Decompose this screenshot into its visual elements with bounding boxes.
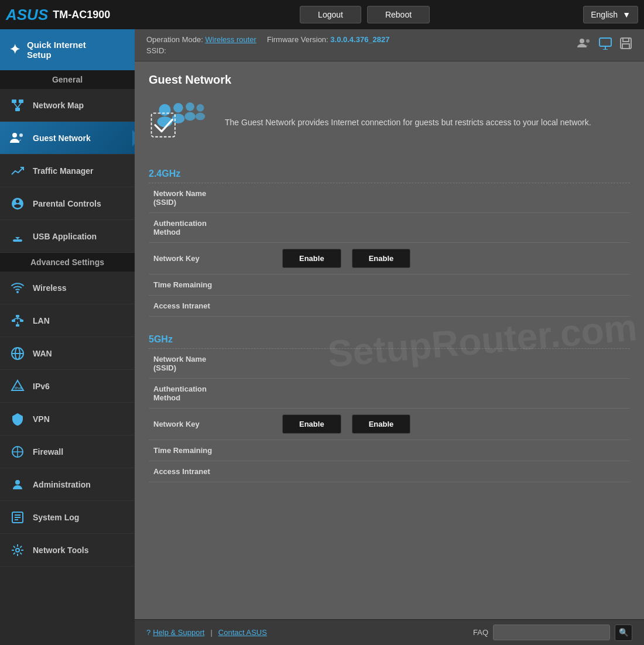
operation-mode-label: Operation Mode: (146, 35, 203, 44)
vpn-icon (9, 411, 26, 427)
table-row: Access Intranet (149, 296, 630, 317)
language-selector[interactable]: English ▼ (583, 6, 638, 23)
sidebar-item-guest-network[interactable]: Guest Network (0, 122, 135, 155)
svg-rect-30 (600, 38, 611, 46)
enable-button-24-2[interactable]: Enable (352, 249, 411, 268)
parental-controls-icon (9, 195, 26, 212)
svg-point-36 (159, 104, 170, 116)
quick-internet-setup[interactable]: ✦ Quick Internet Setup (0, 29, 135, 70)
content-area: Operation Mode: Wireless router Firmware… (135, 29, 644, 645)
chevron-down-icon: ▼ (622, 10, 631, 19)
svg-point-5 (12, 133, 17, 138)
svg-text:IPv6: IPv6 (15, 386, 22, 390)
network-name-ssid-label: Network Name(SSID) (149, 183, 278, 213)
operation-mode-link[interactable]: Wireless router (205, 35, 256, 44)
wan-label: WAN (33, 349, 52, 358)
page-content: SetupRouter.com Guest Network (135, 61, 644, 619)
sidebar-item-parental-controls[interactable]: Parental Controls (0, 187, 135, 220)
time-remaining-value-24 (278, 275, 630, 296)
band-5ghz-section: 5GHz Network Name(SSID) AuthenticationMe… (149, 328, 630, 482)
table-row: Time Remaining (149, 440, 630, 461)
ssid-label: SSID: (146, 46, 166, 55)
sidebar-item-network-tools[interactable]: Network Tools (0, 534, 135, 567)
svg-point-7 (17, 291, 18, 293)
sidebar-item-administration[interactable]: Administration (0, 468, 135, 501)
sidebar-item-ipv6[interactable]: IPv6 IPv6 (0, 370, 135, 403)
auth-method-label: AuthenticationMethod (149, 213, 278, 243)
usb-application-label: USB Application (33, 232, 97, 241)
sidebar-item-lan[interactable]: LAN (0, 304, 135, 337)
parental-controls-label: Parental Controls (33, 199, 101, 208)
save-icon[interactable] (619, 37, 632, 53)
network-map-label: Network Map (33, 101, 84, 110)
search-icon: 🔍 (619, 628, 629, 637)
reboot-button[interactable]: Reboot (367, 6, 430, 23)
table-row: Network Key Enable Enable (149, 243, 630, 275)
table-row: Network Key Enable Enable (149, 409, 630, 440)
firewall-label: Firewall (33, 447, 63, 457)
sidebar-item-vpn[interactable]: VPN (0, 403, 135, 435)
users-icon[interactable] (577, 37, 591, 53)
advanced-settings-section-label: Advanced Settings (0, 253, 135, 272)
ssid-line: SSID: (146, 46, 390, 55)
auth-method-value-5 (278, 379, 630, 409)
faq-search-input[interactable] (493, 625, 610, 640)
sidebar-item-usb-application[interactable]: USB Application (0, 220, 135, 253)
network-tools-icon (9, 542, 26, 558)
system-log-label: System Log (33, 513, 79, 522)
access-intranet-value-24 (278, 296, 630, 317)
network-name-ssid-value-5 (278, 349, 630, 379)
administration-icon (9, 476, 26, 493)
administration-label: Administration (33, 480, 91, 489)
general-section-label: General (0, 70, 135, 89)
access-intranet-label-5: Access Intranet (149, 461, 278, 482)
sidebar-item-wan[interactable]: WAN (0, 337, 135, 370)
time-remaining-label-24: Time Remaining (149, 275, 278, 296)
svg-line-14 (18, 318, 22, 320)
faq-search-button[interactable]: 🔍 (615, 625, 632, 641)
sidebar-item-wireless[interactable]: Wireless (0, 272, 135, 304)
top-bar: ASUS TM-AC1900 Logout Reboot English ▼ (0, 0, 644, 29)
svg-point-28 (580, 39, 584, 43)
guest-network-description: The Guest Network provides Internet conn… (225, 116, 591, 129)
firmware-label: Firmware Version: (267, 35, 328, 44)
time-remaining-value-5 (278, 440, 630, 461)
sidebar-item-firewall[interactable]: Firewall (0, 435, 135, 468)
help-support-link[interactable]: Help & Support (153, 628, 204, 637)
header-icons (577, 37, 632, 53)
footer-separator: | (210, 628, 212, 637)
wireless-label: Wireless (33, 283, 66, 293)
wireless-icon (9, 280, 26, 296)
table-row: Access Intranet (149, 461, 630, 482)
auth-method-label-5: AuthenticationMethod (149, 379, 278, 409)
sidebar-item-system-log[interactable]: System Log (0, 501, 135, 534)
enable-button-5-2[interactable]: Enable (352, 414, 411, 434)
svg-rect-0 (12, 100, 16, 103)
firmware-version: 3.0.0.4.376_2827 (330, 35, 389, 44)
band-24ghz-title: 2.4GHz (149, 163, 630, 183)
network-tools-label: Network Tools (33, 545, 88, 555)
guest-network-illustration (149, 96, 213, 149)
content-header: Operation Mode: Wireless router Firmware… (135, 29, 644, 61)
svg-rect-34 (623, 38, 629, 42)
enable-button-5-1[interactable]: Enable (282, 414, 341, 434)
svg-rect-11 (16, 324, 19, 327)
monitor-icon[interactable] (598, 37, 612, 53)
enable-button-24-1[interactable]: Enable (282, 249, 341, 268)
vpn-label: VPN (33, 414, 50, 424)
svg-point-29 (586, 39, 590, 43)
access-intranet-label-24: Access Intranet (149, 296, 278, 317)
sidebar-item-traffic-manager[interactable]: Traffic Manager (0, 155, 135, 187)
footer-right: FAQ 🔍 (473, 625, 632, 641)
logout-button[interactable]: Logout (300, 6, 361, 23)
sidebar-item-network-map[interactable]: Network Map (0, 89, 135, 122)
logo: ASUS TM-AC1900 (6, 6, 146, 24)
network-name-ssid-label-5: Network Name(SSID) (149, 349, 278, 379)
wan-icon (9, 345, 26, 362)
band-5ghz-title: 5GHz (149, 328, 630, 349)
svg-point-42 (197, 104, 204, 112)
svg-line-13 (13, 318, 18, 320)
contact-asus-link[interactable]: Contact ASUS (218, 628, 267, 637)
lightning-icon: ✦ (9, 42, 20, 57)
svg-rect-2 (15, 108, 20, 111)
